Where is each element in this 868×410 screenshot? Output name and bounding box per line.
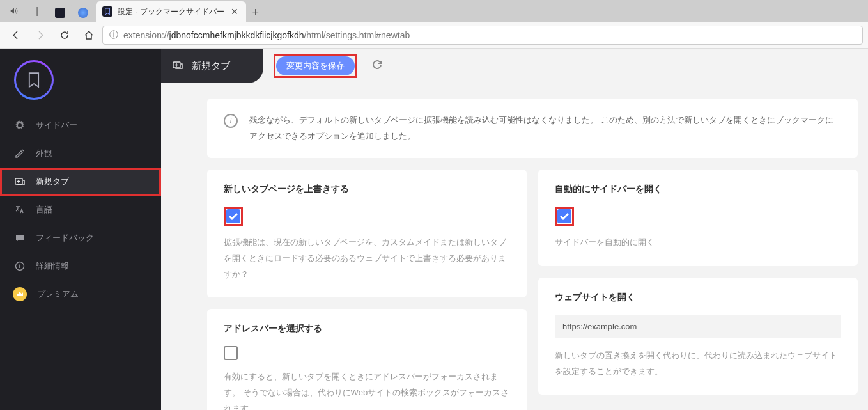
card-focus-addressbar: アドレスバーを選択する 有効にすると、新しいタブを開くときにアドレスバーがフォー… <box>207 309 527 410</box>
nav-label: プレミアム <box>37 288 79 300</box>
card-title: 自動的にサイドバーを開く <box>555 184 841 195</box>
card-desc: 新しいタブの置き換えを開く代わりに、代わりに読み込まれたウェブサイトを設定するこ… <box>555 348 841 379</box>
info-icon: i <box>224 114 238 128</box>
card-open-website: ウェブサイトを開く 新しいタブの置き換えを開く代わりに、代わりに読み込まれたウェ… <box>538 278 858 395</box>
card-auto-open: 自動的にサイドバーを開く サイドバーを自動的に開く <box>538 170 858 266</box>
tab-close-button[interactable]: ✕ <box>229 6 240 17</box>
pinned-tab-2[interactable] <box>72 4 95 22</box>
nav-label: サイドバー <box>36 120 77 131</box>
focus-address-checkbox[interactable] <box>224 346 238 360</box>
app-logo[interactable] <box>14 60 54 100</box>
save-button[interactable]: 変更内容を保存 <box>276 56 355 75</box>
newtab-icon <box>173 60 183 72</box>
sidebar-item-appearance[interactable]: 外観 <box>0 139 161 168</box>
home-button[interactable] <box>78 24 100 46</box>
sidebar-item-feedback[interactable]: フィードバック <box>0 224 161 252</box>
override-checkbox[interactable] <box>226 209 240 223</box>
nav-label: 詳細情報 <box>36 260 69 272</box>
card-override-newtab: 新しいタブページを上書きする 拡張機能は、現在の新しいタブページを、カスタムメイ… <box>207 170 527 297</box>
info-banner: i 残念ながら、デフォルトの新しいタブページに拡張機能を読み込む可能性はなくなり… <box>207 99 858 158</box>
translate-icon <box>14 204 26 216</box>
nav-label: 新規タブ <box>36 176 69 187</box>
back-button[interactable] <box>5 24 27 46</box>
chat-icon <box>14 232 26 244</box>
address-bar[interactable]: ⓘ extension://jdbnofccmhefkmjbkkdkfiicjk… <box>102 26 863 45</box>
sidebar-item-info[interactable]: 詳細情報 <box>0 252 161 280</box>
nav-label: 言語 <box>36 204 52 216</box>
info-icon <box>14 260 26 272</box>
brush-icon <box>14 148 26 159</box>
auto-open-checkbox[interactable] <box>557 209 571 223</box>
reload-icon[interactable] <box>371 59 383 73</box>
gear-icon <box>14 120 26 131</box>
card-desc: サイドバーを自動的に開く <box>555 235 841 251</box>
card-desc: 有効にすると、新しいタブを開くときにアドレスバーがフォーカスされます。 そうでな… <box>224 369 510 410</box>
forward-button[interactable] <box>29 24 51 46</box>
website-url-input[interactable] <box>555 315 841 338</box>
sidebar-item-sidebar[interactable]: サイドバー <box>0 111 161 139</box>
sidebar-item-language[interactable]: 言語 <box>0 196 161 224</box>
new-tab-button[interactable]: + <box>246 3 265 22</box>
site-info-icon[interactable]: ⓘ <box>109 29 118 41</box>
page-header: 新規タブ <box>161 49 263 83</box>
sidebar-item-newtab[interactable]: 新規タブ <box>0 168 161 196</box>
pinned-tab-1[interactable] <box>49 4 72 22</box>
info-text: 残念ながら、デフォルトの新しいタブページに拡張機能を読み込む可能性はなくなりまし… <box>249 113 841 144</box>
newtab-icon <box>14 176 26 187</box>
card-title: 新しいタブページを上書きする <box>224 184 510 195</box>
card-desc: 拡張機能は、現在の新しいタブページを、カスタムメイドまたは新しいタブを開くときに… <box>224 235 510 282</box>
tab-favicon <box>102 6 112 17</box>
sidebar-item-premium[interactable]: プレミアム <box>0 280 161 308</box>
app-sidebar: サイドバー 外観 新規タブ 言語 フィードバック 詳細情報 プレミアム <box>0 49 161 410</box>
active-tab[interactable]: 設定 - ブックマークサイドバー ✕ <box>96 1 246 22</box>
tab-title: 設定 - ブックマークサイドバー <box>118 6 224 17</box>
sound-icon[interactable] <box>3 0 26 22</box>
refresh-button[interactable] <box>54 24 75 46</box>
page-title: 新規タブ <box>192 60 230 72</box>
nav-label: 外観 <box>36 148 52 159</box>
crown-icon <box>13 287 27 301</box>
card-title: アドレスバーを選択する <box>224 323 510 335</box>
url-text: extension://jdbnofccmhefkmjbkkdkfiicjkgo… <box>123 30 410 40</box>
card-title: ウェブサイトを開く <box>555 292 841 303</box>
nav-label: フィードバック <box>36 232 94 244</box>
divider-icon: | <box>26 0 49 22</box>
